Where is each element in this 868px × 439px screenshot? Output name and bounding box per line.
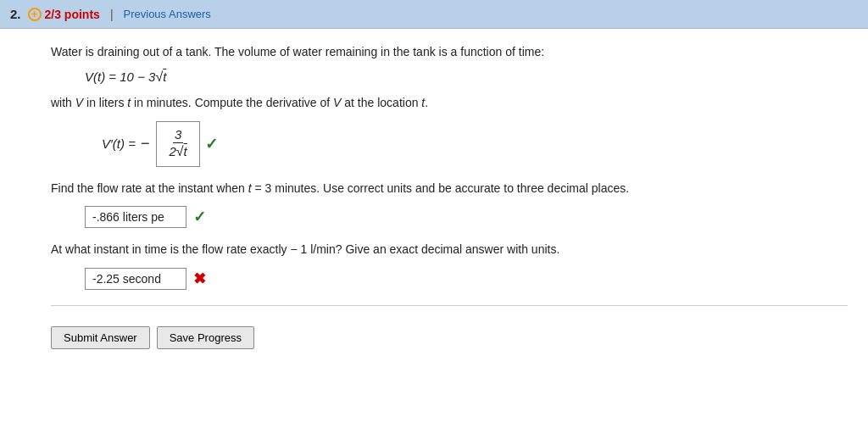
question-body: Water is draining out of a tank. The vol… <box>0 29 868 366</box>
submit-button[interactable]: Submit Answer <box>51 326 150 349</box>
vprime-label: V′(t) = <box>102 136 136 151</box>
formula-text: V(t) = 10 − 3√t <box>85 69 166 84</box>
question-number: 2. <box>10 7 21 21</box>
answer2-box: -.866 liters pe <box>85 206 186 228</box>
fraction-numerator: 3 <box>173 127 183 143</box>
answer3-row: -2.25 second ✖ <box>85 268 848 290</box>
divider: | <box>110 8 114 21</box>
footer-buttons: Submit Answer Save Progress <box>51 326 848 356</box>
part3-section: At what instant in time is the flow rate… <box>51 240 848 289</box>
save-button[interactable]: Save Progress <box>157 326 254 349</box>
plus-icon: + <box>28 8 42 21</box>
question-header: 2. + 2/3 points | Previous Answers <box>0 0 868 29</box>
answer3-incorrect-icon: ✖ <box>193 270 206 288</box>
part3-prompt: At what instant in time is the flow rate… <box>51 240 848 258</box>
points-badge: + 2/3 points <box>28 8 100 21</box>
answer2-correct-icon: ✓ <box>193 208 206 226</box>
part2-section: Find the flow rate at the instant when t… <box>51 179 848 228</box>
fraction: 3 2√t <box>169 127 186 159</box>
fraction-denominator: 2√t <box>169 143 186 159</box>
section-divider <box>51 305 848 306</box>
answer2-row: -.866 liters pe ✓ <box>85 206 848 228</box>
formula-block: V(t) = 10 − 3√t <box>85 69 848 85</box>
derivative-row: V′(t) = − 3 2√t ✓ <box>102 121 848 167</box>
units-note: with V in liters t in minutes. Compute t… <box>51 93 848 112</box>
answer3-box: -2.25 second <box>85 268 186 290</box>
minus-sign: − <box>141 135 150 153</box>
previous-answers-link[interactable]: Previous Answers <box>124 8 211 20</box>
intro-text: Water is draining out of a tank. The vol… <box>51 42 848 61</box>
part2-prompt: Find the flow rate at the instant when t… <box>51 179 848 197</box>
fraction-box: 3 2√t <box>156 121 199 167</box>
points-text: 2/3 points <box>45 8 100 21</box>
derivative-correct-icon: ✓ <box>205 135 218 153</box>
